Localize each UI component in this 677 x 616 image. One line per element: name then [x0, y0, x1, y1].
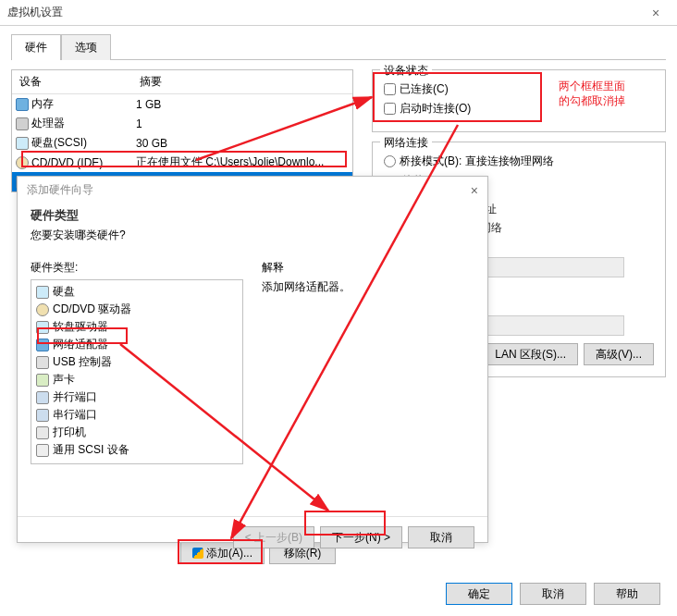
device-table-header: 设备 摘要 — [12, 70, 352, 94]
wizard-close-icon[interactable]: × — [471, 183, 478, 198]
wizard-item-5[interactable]: 声卡 — [34, 371, 240, 388]
dialog-footer: 确定 取消 帮助 — [446, 583, 660, 605]
wizard-header-subtitle: 您要安装哪类硬件? — [31, 228, 474, 243]
check-connected-box[interactable] — [384, 83, 396, 95]
check-connected-label: 已连接(C) — [400, 81, 449, 97]
wizard-explain-text: 添加网络适配器。 — [262, 279, 474, 295]
wizard-item-1[interactable]: CD/DVD 驱动器 — [34, 301, 240, 318]
wizard-item-9[interactable]: 通用 SCSI 设备 — [34, 441, 240, 459]
mem-icon — [16, 98, 29, 111]
radio-bridged-label: 桥接模式(B): 直接连接物理网络 — [400, 154, 554, 169]
check-connected[interactable]: 已连接(C) — [384, 81, 654, 97]
hardware-type-list[interactable]: 硬盘CD/DVD 驱动器软盘驱动器网络适配器USB 控制器声卡并行端口串行端口打… — [31, 279, 243, 464]
wizard-item-8[interactable]: 打印机 — [34, 424, 240, 441]
tab-options[interactable]: 选项 — [61, 34, 111, 60]
ser-icon — [36, 409, 49, 422]
col-device: 设备 — [12, 70, 132, 93]
window-title: 虚拟机设置 — [7, 5, 642, 20]
wizard-explain-label: 解释 — [262, 260, 474, 276]
wizard-header-title: 硬件类型 — [31, 207, 474, 224]
wizard-item-4[interactable]: USB 控制器 — [34, 353, 240, 371]
net-icon — [36, 339, 49, 351]
wizard-header: 硬件类型 您要安装哪类硬件? — [18, 203, 487, 253]
hdd-icon — [36, 286, 49, 299]
hdd-icon — [36, 321, 49, 334]
cd-icon — [36, 303, 49, 316]
hdd-icon — [16, 137, 29, 150]
network-connection-legend: 网络连接 — [380, 135, 432, 151]
col-summary: 摘要 — [132, 70, 352, 93]
tab-hardware[interactable]: 硬件 — [11, 34, 61, 60]
wizard-title: 添加硬件向导 — [27, 182, 93, 198]
device-row-hdd[interactable]: 硬盘(SCSI)30 GB — [12, 133, 352, 153]
wizard-list-label: 硬件类型: — [31, 260, 243, 276]
snd-icon — [36, 374, 49, 387]
wizard-item-6[interactable]: 并行端口 — [34, 388, 240, 406]
wizard-cancel-button[interactable]: 取消 — [408, 526, 474, 548]
cancel-button[interactable]: 取消 — [520, 583, 586, 605]
device-row-cpu[interactable]: 处理器1 — [12, 114, 352, 133]
radio-bridged[interactable]: 桥接模式(B): 直接连接物理网络 — [384, 154, 654, 169]
usb-icon — [36, 356, 49, 369]
wizard-item-7[interactable]: 串行端口 — [34, 406, 240, 424]
check-connect-at-power-label: 启动时连接(O) — [400, 101, 471, 117]
cd-icon — [16, 156, 29, 169]
ser-icon — [36, 391, 49, 404]
device-status-group: 设备状态 已连接(C) 启动时连接(O) — [372, 69, 666, 132]
close-icon[interactable]: × — [642, 6, 670, 20]
tab-strip: 硬件 选项 — [11, 33, 666, 60]
prn-icon — [36, 426, 49, 439]
add-hardware-wizard: 添加硬件向导 × 硬件类型 您要安装哪类硬件? 硬件类型: 硬盘CD/DVD 驱… — [17, 176, 488, 543]
lan-segments-button[interactable]: LAN 区段(S)... — [483, 343, 578, 365]
cpu-icon — [16, 117, 29, 130]
help-button[interactable]: 帮助 — [594, 583, 660, 605]
check-connect-at-power[interactable]: 启动时连接(O) — [384, 101, 654, 117]
wizard-item-2[interactable]: 软盘驱动器 — [34, 318, 240, 336]
device-row-mem[interactable]: 内存1 GB — [12, 94, 352, 114]
device-row-cd[interactable]: CD/DVD (IDE)正在使用文件 C:\Users\Jolie\Downlo… — [12, 153, 352, 172]
device-status-legend: 设备状态 — [380, 63, 432, 79]
wizard-back-button: < 上一步(B) — [233, 526, 314, 548]
check-connect-at-power-box[interactable] — [384, 103, 396, 115]
radio-bridged-input[interactable] — [384, 155, 396, 167]
wizard-item-3[interactable]: 网络适配器 — [34, 336, 240, 353]
ok-button[interactable]: 确定 — [446, 583, 512, 605]
gen-icon — [36, 444, 49, 457]
wizard-item-0[interactable]: 硬盘 — [34, 283, 240, 301]
advanced-button[interactable]: 高级(V)... — [584, 343, 654, 365]
titlebar: 虚拟机设置 × — [0, 0, 677, 26]
wizard-next-button[interactable]: 下一步(N) > — [320, 526, 402, 548]
